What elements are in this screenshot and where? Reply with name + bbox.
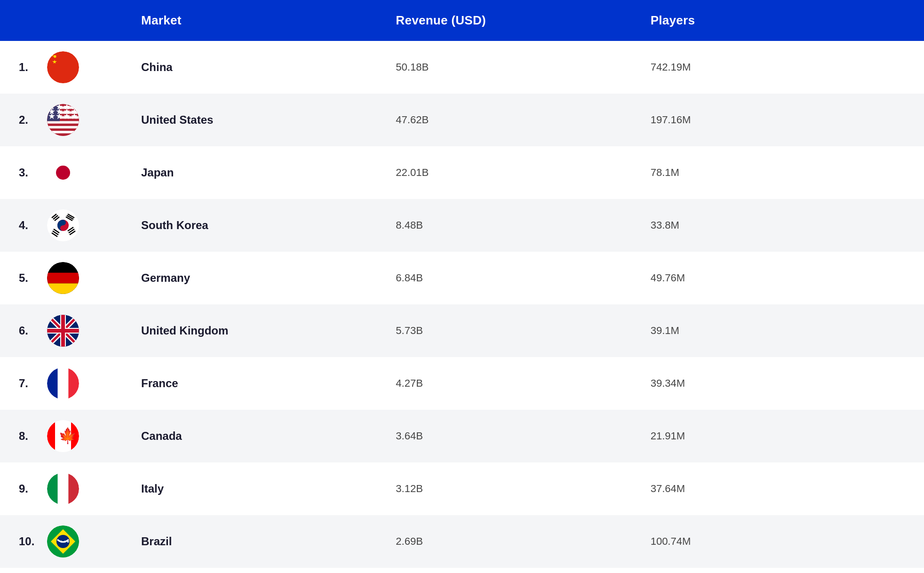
rank-number: 1. bbox=[19, 61, 38, 74]
market-name: United States bbox=[141, 113, 396, 127]
flag-icon bbox=[47, 367, 79, 399]
market-name: Germany bbox=[141, 271, 396, 285]
table-row: 5. Germany 6.84B 49.76M bbox=[0, 252, 924, 304]
revenue-value: 5.73B bbox=[396, 325, 650, 337]
flag-icon bbox=[47, 157, 79, 189]
svg-point-0 bbox=[47, 51, 79, 83]
svg-rect-56 bbox=[68, 367, 79, 399]
svg-text:🍁: 🍁 bbox=[58, 427, 77, 445]
flag-icon bbox=[47, 473, 79, 505]
flag-icon: 🍁 bbox=[47, 420, 79, 452]
svg-rect-40 bbox=[47, 283, 79, 294]
rank-number: 10. bbox=[19, 535, 38, 548]
revenue-value: 3.64B bbox=[396, 430, 650, 442]
svg-rect-55 bbox=[58, 367, 69, 399]
svg-rect-54 bbox=[47, 367, 58, 399]
header-revenue-col: Revenue (USD) bbox=[396, 13, 650, 28]
svg-point-20 bbox=[56, 166, 70, 180]
flag-icon bbox=[47, 209, 79, 241]
table-row: 8. 🍁 Canada 3.64B 21.91M bbox=[0, 410, 924, 462]
players-value: 33.8M bbox=[651, 219, 905, 231]
flag-icon: ★★★ bbox=[47, 525, 79, 557]
players-value: 37.64M bbox=[651, 483, 905, 495]
players-value: 78.1M bbox=[651, 167, 905, 179]
rank-flag-cell: 10. ★★★ bbox=[19, 525, 141, 557]
market-name: Canada bbox=[141, 430, 396, 443]
svg-text:★★★★★★: ★★★★★★ bbox=[48, 104, 79, 111]
table-header: Market Revenue (USD) Players bbox=[0, 0, 924, 41]
header-players-col: Players bbox=[651, 13, 905, 28]
rank-flag-cell: 8. 🍁 bbox=[19, 420, 141, 452]
revenue-value: 8.48B bbox=[396, 219, 650, 231]
table-row: 3. Japan 22.01B 78.1M bbox=[0, 146, 924, 199]
header-market-col: Market bbox=[141, 13, 396, 28]
players-value: 39.1M bbox=[651, 325, 905, 337]
svg-rect-60 bbox=[47, 420, 55, 452]
rank-number: 7. bbox=[19, 377, 38, 390]
market-name: Brazil bbox=[141, 535, 396, 548]
revenue-value: 47.62B bbox=[396, 114, 650, 126]
rank-flag-cell: 5. bbox=[19, 262, 141, 294]
players-value: 21.91M bbox=[651, 430, 905, 442]
market-name: Italy bbox=[141, 482, 396, 495]
flag-icon: ★★★★★★ ★★★★★★ ★★★★★★ bbox=[47, 104, 79, 136]
rank-number: 4. bbox=[19, 219, 38, 232]
svg-rect-38 bbox=[47, 262, 79, 273]
market-table: Market Revenue (USD) Players 1. China 50… bbox=[0, 0, 924, 568]
svg-rect-65 bbox=[47, 473, 58, 505]
players-value: 49.76M bbox=[651, 272, 905, 284]
svg-text:★★★: ★★★ bbox=[60, 540, 70, 544]
svg-rect-13 bbox=[47, 126, 79, 128]
table-body: 1. China 50.18B 742.19M 2. bbox=[0, 41, 924, 568]
market-name: South Korea bbox=[141, 219, 396, 232]
players-value: 100.74M bbox=[651, 535, 905, 548]
rank-flag-cell: 3. bbox=[19, 157, 141, 189]
revenue-value: 3.12B bbox=[396, 483, 650, 495]
table-row: 10. ★★★ Brazil 2.69B 100.74M bbox=[0, 515, 924, 568]
rank-number: 5. bbox=[19, 271, 38, 285]
flag-icon bbox=[47, 262, 79, 294]
table-row: 4. bbox=[0, 199, 924, 252]
rank-number: 3. bbox=[19, 166, 38, 179]
svg-rect-67 bbox=[68, 473, 79, 505]
rank-flag-cell: 4. bbox=[19, 209, 141, 241]
svg-rect-51 bbox=[47, 329, 79, 333]
market-name: Japan bbox=[141, 166, 396, 179]
players-value: 742.19M bbox=[651, 61, 905, 73]
svg-marker-3 bbox=[54, 52, 55, 53]
svg-rect-12 bbox=[47, 121, 79, 123]
table-row: 9. Italy 3.12B 37.64M bbox=[0, 462, 924, 515]
flag-icon bbox=[47, 315, 79, 347]
market-name: United Kingdom bbox=[141, 324, 396, 337]
rank-number: 6. bbox=[19, 324, 38, 337]
rank-number: 2. bbox=[19, 113, 38, 127]
market-name: China bbox=[141, 61, 396, 74]
flag-icon bbox=[47, 51, 79, 83]
svg-rect-14 bbox=[47, 131, 79, 133]
revenue-value: 6.84B bbox=[396, 272, 650, 284]
rank-flag-cell: 2. ★★★★★★ ★★★★★★ ★★★★★★ bbox=[19, 104, 141, 136]
rank-flag-cell: 1. bbox=[19, 51, 141, 83]
rank-flag-cell: 9. bbox=[19, 473, 141, 505]
players-value: 39.34M bbox=[651, 377, 905, 390]
market-name: France bbox=[141, 377, 396, 390]
table-row: 2. ★★★★★★ ★★★★★★ ★★★★★★ bbox=[0, 94, 924, 146]
revenue-value: 50.18B bbox=[396, 61, 650, 73]
revenue-value: 2.69B bbox=[396, 535, 650, 548]
svg-rect-66 bbox=[58, 473, 69, 505]
revenue-value: 22.01B bbox=[396, 167, 650, 179]
players-value: 197.16M bbox=[651, 114, 905, 126]
svg-rect-39 bbox=[47, 273, 79, 284]
table-row: 1. China 50.18B 742.19M bbox=[0, 41, 924, 94]
rank-number: 8. bbox=[19, 430, 38, 443]
rank-flag-cell: 6. bbox=[19, 315, 141, 347]
table-row: 7. France 4.27B 39.34M bbox=[0, 357, 924, 410]
revenue-value: 4.27B bbox=[396, 377, 650, 390]
rank-number: 9. bbox=[19, 482, 38, 495]
rank-flag-cell: 7. bbox=[19, 367, 141, 399]
table-row: 6. Unite bbox=[0, 304, 924, 357]
